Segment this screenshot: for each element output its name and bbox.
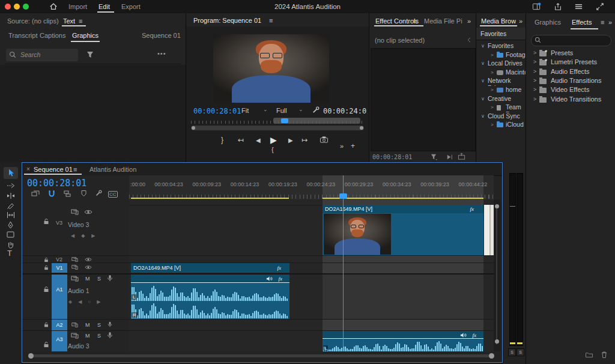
solo-button[interactable]: S: [97, 276, 101, 282]
program-timecode[interactable]: 00:00:28:01: [193, 107, 241, 115]
tab-source-monitor[interactable]: Source: (no clips): [7, 17, 59, 25]
nest-sequence-icon[interactable]: [31, 190, 40, 197]
track-lock-icon[interactable]: [44, 257, 49, 262]
fx-badge[interactable]: fx: [470, 206, 474, 212]
track-badge-v1[interactable]: V1: [52, 263, 67, 273]
hand-tool[interactable]: [7, 241, 14, 249]
zoom-window-button[interactable]: [23, 4, 29, 10]
panel-menu-icon[interactable]: ≡: [601, 19, 604, 26]
settings-wrench-icon[interactable]: [312, 106, 320, 114]
subtab-graphics[interactable]: Graphics: [72, 32, 98, 39]
tab-media-file-properties[interactable]: Media File Pi: [424, 17, 462, 25]
mute-button[interactable]: M: [85, 276, 90, 282]
track-output-eye-icon[interactable]: [85, 265, 92, 270]
media-browser-item-network-drives[interactable]: ∨Network Drives: [476, 77, 526, 86]
program-playhead[interactable]: [281, 118, 288, 123]
subtab-transcript[interactable]: Transcript: [8, 32, 38, 39]
chevron-down-icon[interactable]: ∨: [481, 114, 485, 119]
track-lock-icon[interactable]: [43, 341, 49, 348]
step-back-button[interactable]: ◀: [256, 137, 261, 144]
chevron-right-icon[interactable]: >: [533, 59, 536, 65]
track-output-eye-icon[interactable]: [85, 257, 92, 262]
effects-item-audio-transitions[interactable]: >Audio Transitions: [526, 77, 615, 86]
quick-export-stack-icon[interactable]: [574, 2, 583, 11]
sync-lock-icon[interactable]: [71, 323, 78, 328]
zoom-level-select[interactable]: Fit: [241, 107, 249, 114]
tab-effect-controls[interactable]: Effect Controls: [375, 17, 419, 25]
chevron-right-icon[interactable]: >: [491, 87, 494, 93]
home-icon[interactable]: [49, 2, 58, 11]
timeline-vscrollbar[interactable]: [494, 199, 500, 351]
tab-atlantis-audition[interactable]: Atlantis Audition: [89, 166, 136, 173]
search-box[interactable]: [6, 49, 78, 61]
filter-funnel-icon[interactable]: [430, 153, 438, 161]
chevron-right-icon[interactable]: >: [533, 86, 536, 93]
panel-overflow-icon[interactable]: »: [467, 17, 471, 25]
pen-tool[interactable]: [7, 221, 14, 229]
workspace-icon[interactable]: [532, 2, 541, 11]
program-scrollbar[interactable]: [191, 126, 364, 130]
ripple-edit-tool[interactable]: [7, 192, 15, 199]
fx-badge[interactable]: fx: [277, 265, 282, 271]
tab-text[interactable]: Text: [63, 17, 75, 25]
go-to-out-button[interactable]: ↦: [301, 136, 308, 144]
effects-item-video-effects[interactable]: >Video Effects: [526, 86, 615, 95]
chevron-right-icon[interactable]: >: [491, 52, 494, 58]
sync-lock-icon[interactable]: [71, 257, 78, 262]
linked-selection-icon[interactable]: [64, 190, 72, 197]
media-browser-item-local-drives[interactable]: ∨Local Drives: [476, 59, 526, 68]
close-window-button[interactable]: [5, 4, 11, 10]
clip-a3-audio[interactable]: fx L: [323, 331, 483, 351]
chevron-right-icon[interactable]: >: [491, 105, 494, 110]
track-badge-a3[interactable]: A3: [52, 331, 67, 351]
panel-overflow-icon[interactable]: »: [608, 19, 612, 26]
clip-fragment[interactable]: [484, 205, 494, 255]
search-input[interactable]: [19, 50, 77, 59]
tab-import[interactable]: Import: [68, 3, 87, 10]
solo-button[interactable]: S: [97, 322, 101, 328]
track-lock-icon[interactable]: [44, 322, 49, 327]
snap-magnet-icon[interactable]: [48, 190, 55, 198]
filter-funnel-icon[interactable]: [86, 50, 94, 59]
more-options-icon[interactable]: •••: [157, 50, 166, 57]
track-lock-icon[interactable]: [43, 286, 49, 293]
effects-search-box[interactable]: [531, 35, 611, 46]
new-custom-bin-icon[interactable]: [585, 351, 593, 358]
media-browser-item-cloud-sync[interactable]: ∨Cloud Sync: [476, 112, 526, 121]
media-browser-item-team-pro[interactable]: >Team Pro: [476, 103, 526, 112]
chevron-down-icon[interactable]: ⌄: [263, 106, 268, 112]
voiceover-mic-icon[interactable]: [108, 321, 113, 327]
tab-media-browser[interactable]: Media Browse: [481, 17, 516, 25]
track-badge-a1[interactable]: A1: [52, 275, 67, 319]
export-frame-camera-icon[interactable]: [320, 136, 329, 144]
tab-graphics[interactable]: Graphics: [535, 19, 561, 26]
subtab-captions[interactable]: Captions: [40, 32, 65, 39]
sync-lock-icon[interactable]: [71, 209, 79, 215]
fx-badge[interactable]: fx: [473, 332, 477, 338]
close-sequence-icon[interactable]: ×: [26, 166, 30, 172]
chevron-down-icon[interactable]: ∨: [481, 78, 485, 83]
media-browser-item-favorites[interactable]: ∨Favorites: [476, 42, 526, 51]
chevron-right-icon[interactable]: >: [533, 68, 536, 74]
fx-badge[interactable]: fx: [279, 276, 283, 282]
timeline-settings-wrench-icon[interactable]: [95, 190, 102, 197]
minimize-window-button[interactable]: [14, 4, 20, 10]
panel-menu-icon[interactable]: ≡: [79, 17, 82, 25]
media-browser-item-home[interactable]: >home: [476, 86, 526, 95]
captions-cc-icon[interactable]: CC: [108, 191, 118, 198]
keyframe-nav[interactable]: ◀◆▶: [71, 233, 101, 238]
track-select-forward-tool[interactable]: [7, 182, 15, 189]
program-mini-ruler[interactable]: [191, 118, 364, 124]
play-in-to-out-icon[interactable]: [446, 153, 453, 161]
selection-tool[interactable]: [4, 167, 18, 179]
add-button-icon[interactable]: +: [351, 142, 355, 150]
fullscreen-icon[interactable]: [596, 2, 604, 11]
splitter-handle-icon[interactable]: [467, 37, 471, 43]
mark-out-button[interactable]: {: [271, 146, 274, 153]
media-browser-item-footage[interactable]: >Footage: [476, 51, 526, 60]
meter-solo-right-button[interactable]: S: [517, 348, 524, 356]
sync-lock-icon[interactable]: [71, 333, 79, 339]
sync-lock-icon[interactable]: [71, 276, 79, 282]
mute-button[interactable]: M: [85, 333, 90, 339]
razor-tool[interactable]: [7, 202, 14, 210]
